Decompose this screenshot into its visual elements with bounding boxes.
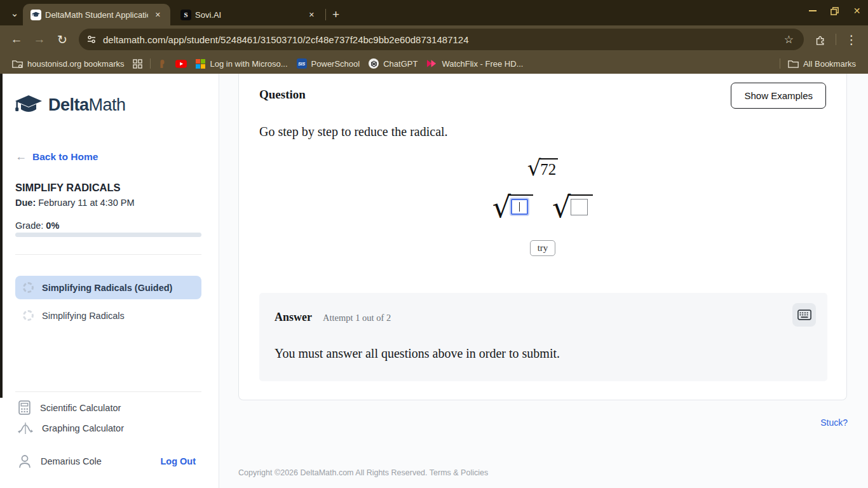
bookmarks-bar: houstonisd.org bookmarks Log in with Mic…: [0, 53, 868, 74]
stuck-link[interactable]: Stuck?: [820, 417, 848, 428]
question-card: Question Show Examples Go step by step t…: [238, 74, 847, 400]
puzzle-icon: [815, 34, 826, 45]
close-tab-icon[interactable]: ✕: [306, 9, 318, 21]
sidebar-item-simplifying-radicals-guided[interactable]: Simplifying Radicals (Guided): [15, 276, 201, 299]
try-button[interactable]: try: [530, 240, 556, 256]
math-zone: √ 72 √ √ try: [239, 157, 846, 256]
browser-toolbar: ← → ↻ deltamath.com/app/student/5248461/…: [0, 25, 868, 53]
close-window-button[interactable]: ✕: [846, 0, 868, 22]
answer-panel: Answer Attempt 1 out of 2 You must answe…: [259, 293, 827, 381]
show-examples-button[interactable]: Show Examples: [731, 83, 826, 109]
scientific-calculator-link[interactable]: Scientific Calculator: [18, 400, 121, 415]
logo-delta: Delta: [48, 95, 89, 114]
submit-requirement-message: You must answer all questions above in o…: [275, 346, 560, 361]
back-to-home-link[interactable]: ← Back to Home: [15, 150, 98, 163]
all-bookmarks-label: All Bookmarks: [803, 59, 856, 69]
folder-icon: [788, 59, 799, 69]
new-tab-button[interactable]: +: [330, 8, 346, 25]
assignment-grade: Grade: 0%: [15, 220, 59, 231]
url-text[interactable]: deltamath.com/app/student/5248461/315037…: [103, 34, 782, 45]
due-value: February 11 at 4:30 PM: [36, 198, 134, 208]
bookmark-apps-grid[interactable]: [128, 57, 147, 71]
logo-text: DeltaMath: [48, 95, 126, 115]
bookmark-star-icon[interactable]: ☆: [782, 33, 796, 46]
assignment-title: SIMPLIFY RADICALS: [15, 182, 121, 194]
radicand-input-2[interactable]: [571, 199, 588, 215]
bookmark-chatgpt[interactable]: ChatGPT: [364, 57, 422, 71]
progress-circle-icon: [23, 282, 34, 293]
restore-button[interactable]: [824, 0, 846, 22]
user-name: Demarius Cole: [41, 456, 102, 466]
reload-button[interactable]: ↻: [52, 29, 72, 50]
copyright-text: Copyright ©2026 DeltaMath.com All Rights…: [238, 468, 428, 477]
tool-label: Scientific Calculator: [40, 403, 121, 413]
restore-icon: [831, 7, 839, 15]
bookmark-label: Log in with Microso...: [210, 59, 287, 69]
radicand-input-1[interactable]: [511, 199, 528, 215]
all-bookmarks-area: All Bookmarks: [776, 57, 860, 71]
radicand: 72: [539, 158, 558, 179]
back-button[interactable]: ←: [6, 29, 27, 50]
forward-button[interactable]: →: [29, 29, 50, 50]
assignment-due: Due: February 11 at 4:30 PM: [15, 198, 135, 208]
tab-title: Sovi.AI: [195, 10, 302, 20]
minimize-icon: [809, 10, 817, 11]
toolbar-right: ⋮: [809, 29, 863, 50]
graphing-calculator-link[interactable]: Graphing Calculator: [18, 421, 124, 436]
try-row: try: [239, 220, 846, 256]
footer-copyright: Copyright ©2026 DeltaMath.com All Rights…: [238, 468, 488, 477]
terms-link[interactable]: Terms & Policies: [430, 468, 488, 477]
bookmark-youtube[interactable]: [171, 58, 191, 70]
deltamath-logo[interactable]: DeltaMath: [14, 94, 126, 116]
managed-folder-icon: [12, 59, 23, 69]
page-content: DeltaMath ← Back to Home SIMPLIFY RADICA…: [0, 74, 868, 488]
grade-value: 0%: [46, 220, 59, 231]
question-prompt: Go step by step to reduce the radical.: [259, 125, 448, 139]
bookmark-label: PowerSchool: [311, 59, 360, 69]
bookmark-powerschool[interactable]: SIS PowerSchool: [292, 57, 365, 71]
bookmark-watchflix[interactable]: WatchFlix - Free HD...: [422, 57, 527, 71]
due-label: Due:: [15, 198, 36, 208]
brown-favicon-icon: [158, 59, 166, 69]
bookmark-label: ChatGPT: [383, 59, 417, 69]
minimize-button[interactable]: [801, 0, 824, 22]
chevron-down-icon: ⌄: [11, 8, 19, 19]
keyboard-icon: [797, 309, 811, 320]
left-edge-strip: [0, 74, 3, 398]
site-info-icon[interactable]: [86, 34, 97, 44]
logout-link[interactable]: Log Out: [160, 456, 196, 466]
watchflix-icon: [426, 59, 437, 68]
close-icon: ✕: [853, 6, 861, 16]
bookmark-houstonisd[interactable]: houstonisd.org bookmarks: [8, 57, 128, 71]
all-bookmarks-button[interactable]: All Bookmarks: [783, 57, 860, 71]
youtube-icon: [175, 60, 187, 68]
apps-grid-icon: [133, 59, 142, 69]
tab-title: DeltaMath Student Application: [45, 10, 148, 20]
address-bar[interactable]: deltamath.com/app/student/5248461/315037…: [79, 29, 804, 50]
chatgpt-icon: [369, 58, 379, 69]
sidebar-divider: [15, 391, 201, 392]
bookmarks-separator: [780, 58, 780, 69]
close-tab-icon[interactable]: ✕: [152, 9, 164, 21]
tool-label: Graphing Calculator: [42, 423, 124, 433]
bookmark-microsoft[interactable]: Log in with Microso...: [191, 57, 292, 71]
tab-separator: [325, 9, 326, 20]
browser-menu-button[interactable]: ⋮: [841, 29, 862, 50]
bookmark-favicon-item[interactable]: [154, 57, 171, 71]
back-arrow-icon: ←: [15, 150, 27, 163]
sovi-glyph: S: [184, 11, 187, 18]
graph-wave-icon: [18, 421, 33, 436]
logo-math: Math: [89, 95, 126, 114]
nav-item-label: Simplifying Radicals (Guided): [42, 283, 172, 293]
tab-deltamath[interactable]: DeltaMath Student Application ✕: [23, 4, 170, 25]
radical-inputs-row: √ √: [239, 194, 846, 220]
sidebar-divider: [15, 254, 201, 255]
calculator-icon: [18, 400, 31, 415]
keyboard-button[interactable]: [792, 303, 816, 327]
sovi-favicon: S: [180, 10, 191, 20]
tab-search-button[interactable]: ⌄: [6, 5, 23, 22]
extensions-button[interactable]: [810, 29, 831, 50]
sidebar-item-simplifying-radicals[interactable]: Simplifying Radicals: [15, 304, 201, 327]
tab-sovi[interactable]: S Sovi.AI ✕: [173, 4, 324, 25]
nav-item-label: Simplifying Radicals: [42, 311, 125, 321]
